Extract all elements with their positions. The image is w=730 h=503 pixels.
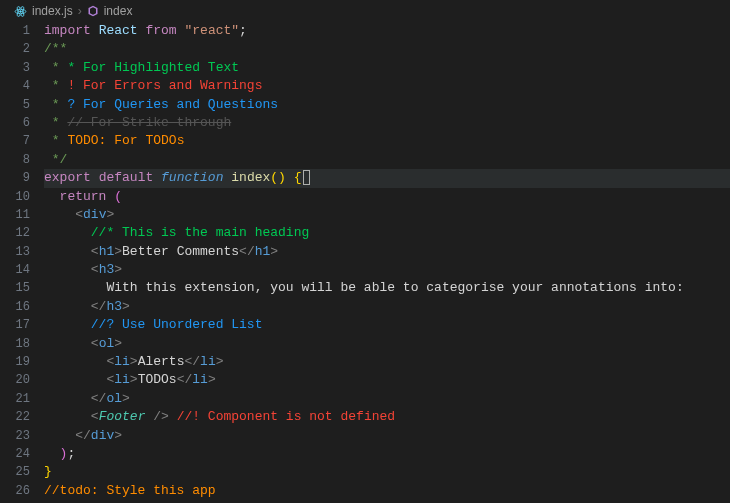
code-line[interactable]: <h1>Better Comments</h1>	[44, 243, 730, 261]
line-number-gutter: 1234567891011121314151617181920212223242…	[0, 22, 44, 500]
code-line[interactable]: With this extension, you will be able to…	[44, 279, 730, 297]
line-number: 9	[0, 169, 30, 187]
breadcrumb[interactable]: index.js › index	[0, 0, 730, 22]
breadcrumb-file[interactable]: index.js	[32, 2, 73, 21]
code-line[interactable]: */	[44, 151, 730, 169]
line-number: 20	[0, 371, 30, 389]
code-line[interactable]: </h3>	[44, 298, 730, 316]
editor-cursor	[303, 170, 310, 185]
breadcrumb-symbol[interactable]: index	[104, 2, 133, 21]
line-number: 3	[0, 59, 30, 77]
line-number: 23	[0, 427, 30, 445]
line-number: 10	[0, 188, 30, 206]
line-number: 25	[0, 463, 30, 481]
code-line[interactable]: <Footer /> //! Component is not defined	[44, 408, 730, 426]
line-number: 2	[0, 40, 30, 58]
code-line[interactable]: <li>TODOs</li>	[44, 371, 730, 389]
line-number: 13	[0, 243, 30, 261]
line-number: 12	[0, 224, 30, 242]
line-number: 15	[0, 279, 30, 297]
code-line[interactable]: </div>	[44, 427, 730, 445]
code-line[interactable]: * ? For Queries and Questions	[44, 96, 730, 114]
line-number: 1	[0, 22, 30, 40]
code-line[interactable]: //? Use Unordered List	[44, 316, 730, 334]
svg-point-3	[20, 10, 22, 12]
code-area[interactable]: import React from "react"; /** * * For H…	[44, 22, 730, 500]
code-line[interactable]: * ! For Errors and Warnings	[44, 77, 730, 95]
code-line[interactable]: * * For Highlighted Text	[44, 59, 730, 77]
code-line[interactable]: return (	[44, 188, 730, 206]
code-line[interactable]: <ol>	[44, 335, 730, 353]
line-number: 19	[0, 353, 30, 371]
symbol-function-icon	[87, 5, 99, 17]
chevron-right-icon: ›	[78, 2, 82, 21]
code-line[interactable]: }	[44, 463, 730, 481]
line-number: 24	[0, 445, 30, 463]
line-number: 18	[0, 335, 30, 353]
react-file-icon	[14, 5, 27, 18]
code-line[interactable]: //todo: Style this app	[44, 482, 730, 500]
line-number: 21	[0, 390, 30, 408]
code-line[interactable]: * // For Strike through	[44, 114, 730, 132]
line-number: 11	[0, 206, 30, 224]
line-number: 14	[0, 261, 30, 279]
line-number: 6	[0, 114, 30, 132]
line-number: 22	[0, 408, 30, 426]
line-number: 5	[0, 96, 30, 114]
code-line[interactable]: /**	[44, 40, 730, 58]
line-number: 8	[0, 151, 30, 169]
code-line[interactable]: );	[44, 445, 730, 463]
line-number: 7	[0, 132, 30, 150]
code-line[interactable]: import React from "react";	[44, 22, 730, 40]
code-editor[interactable]: 1234567891011121314151617181920212223242…	[0, 22, 730, 500]
line-number: 17	[0, 316, 30, 334]
code-line[interactable]: //* This is the main heading	[44, 224, 730, 242]
code-line[interactable]: <div>	[44, 206, 730, 224]
line-number: 4	[0, 77, 30, 95]
code-line[interactable]: * TODO: For TODOs	[44, 132, 730, 150]
code-line-active[interactable]: export default function index() {	[44, 169, 730, 187]
code-line[interactable]: </ol>	[44, 390, 730, 408]
line-number: 16	[0, 298, 30, 316]
line-number: 26	[0, 482, 30, 500]
code-line[interactable]: <h3>	[44, 261, 730, 279]
code-line[interactable]: <li>Alerts</li>	[44, 353, 730, 371]
